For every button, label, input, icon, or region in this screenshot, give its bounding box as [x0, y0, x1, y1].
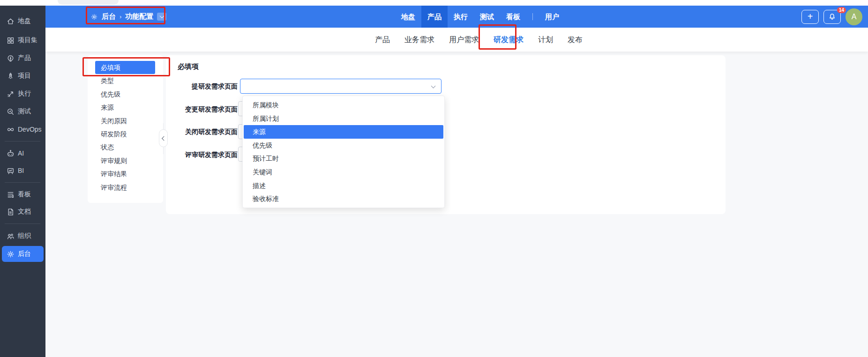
top-tab-kanban[interactable]: 看板	[500, 6, 526, 28]
dropdown-option-module[interactable]: 所属模块	[243, 98, 444, 112]
sidebar-item-admin[interactable]: 后台	[2, 246, 44, 262]
select-dropdown-menu: 所属模块 所属计划 来源 优先级 预计工时 关键词 描述 验收标准	[242, 96, 445, 208]
top-navbar: 后台 › 功能配置 地盘 产品 执行 测试 看板 用户 + 14 A	[45, 6, 868, 28]
top-tabs: 地盘 产品 执行 测试 看板 用户	[395, 6, 565, 28]
settings-item-status[interactable]: 状态	[95, 141, 155, 154]
form-label-close-page: 关闭研发需求页面	[166, 128, 238, 136]
sidebar-item-execution[interactable]: 执行	[2, 86, 44, 102]
sidebar-item-label: AI	[18, 149, 24, 157]
settings-item-review-result[interactable]: 评审结果	[95, 167, 155, 180]
kanban-icon	[7, 191, 15, 199]
form-label-change-page: 变更研发需求页面	[166, 105, 238, 114]
settings-item-type[interactable]: 类型	[95, 74, 155, 87]
settings-item-review-flow[interactable]: 评审流程	[95, 181, 155, 194]
notifications-button[interactable]: 14	[823, 10, 841, 24]
sidebar-item-test[interactable]: 测试	[2, 104, 44, 119]
settings-item-required-fields[interactable]: 必填项	[95, 61, 155, 74]
sidebar-item-label: 项目	[18, 72, 31, 80]
sidebar-item-devops[interactable]: DevOps	[2, 121, 44, 137]
dropdown-option-acceptance[interactable]: 验收标准	[243, 192, 444, 206]
gear-icon	[7, 250, 15, 258]
sidebar-item-label: 看板	[18, 190, 31, 199]
dropdown-option-estimate[interactable]: 预计工时	[243, 152, 444, 165]
subnav-tab-dev-requirement[interactable]: 研发需求	[494, 28, 524, 52]
subnav-tab-product[interactable]: 产品	[375, 28, 390, 52]
top-tab-product[interactable]: 产品	[421, 6, 448, 28]
sidebar-item-label: 项目集	[18, 36, 37, 45]
subnav-tab-release[interactable]: 发布	[568, 28, 583, 52]
sidebar-item-label: 后台	[18, 250, 31, 258]
execution-icon	[7, 90, 15, 98]
collapse-panel-button[interactable]	[159, 129, 168, 147]
dropdown-option-description[interactable]: 描述	[243, 179, 444, 193]
sidebar-item-label: 测试	[18, 107, 31, 116]
sidebar-item-label: 执行	[18, 89, 31, 98]
top-tab-dashboard[interactable]: 地盘	[395, 6, 421, 28]
sidebar-divider	[5, 141, 40, 141]
breadcrumb-dropdown-toggle[interactable]	[157, 13, 166, 21]
dropdown-option-keywords[interactable]: 关键词	[243, 165, 444, 179]
top-tabs-divider	[532, 13, 533, 20]
product-icon	[7, 54, 15, 62]
create-page-select[interactable]	[240, 79, 441, 94]
sidebar-item-project[interactable]: 项目	[2, 68, 44, 84]
sidebar-item-product[interactable]: 产品	[2, 50, 44, 66]
settings-nav-panel: 必填项 类型 优先级 来源 关闭原因 研发阶段 状态 评审规则 评审结果 评审流…	[88, 55, 163, 203]
dropdown-option-source[interactable]: 来源	[244, 125, 443, 139]
sidebar-item-label: 组织	[18, 232, 31, 240]
settings-item-source[interactable]: 来源	[95, 101, 155, 114]
sidebar-item-label: BI	[18, 167, 24, 174]
sidebar-item-dashboard[interactable]: 地盘	[2, 13, 44, 29]
settings-item-priority[interactable]: 优先级	[95, 88, 155, 101]
breadcrumb-current: 功能配置	[125, 12, 153, 21]
top-strip	[0, 0, 868, 6]
breadcrumb-root[interactable]: 后台	[102, 12, 116, 21]
form-label-create-page: 提研发需求页面	[166, 82, 238, 91]
devops-icon	[7, 126, 15, 134]
form-label-review-page: 评审研发需求页面	[166, 151, 238, 159]
notification-badge: 14	[837, 7, 846, 13]
secondary-tabs: 产品 业务需求 用户需求 研发需求 计划 发布	[375, 28, 583, 52]
settings-item-review-rule[interactable]: 评审规则	[95, 154, 155, 167]
main-content-panel: 必填项 提研发需求页面 变更研发需求页面 关闭研发需求页面 评审研发需求页面 所…	[166, 55, 726, 214]
sidebar-item-kanban[interactable]: 看板	[2, 186, 44, 202]
secondary-navbar: 产品 业务需求 用户需求 研发需求 计划 发布	[45, 28, 868, 52]
settings-item-close-reason[interactable]: 关闭原因	[95, 114, 155, 127]
subnav-tab-user-requirement[interactable]: 用户需求	[449, 28, 479, 52]
settings-item-dev-stage[interactable]: 研发阶段	[95, 127, 155, 141]
bi-icon	[7, 167, 15, 175]
document-icon	[7, 208, 15, 216]
top-tab-execution[interactable]: 执行	[448, 6, 474, 28]
chevron-down-icon	[159, 14, 164, 18]
breadcrumb[interactable]: 后台 › 功能配置	[90, 12, 166, 21]
avatar[interactable]: A	[846, 8, 862, 25]
organization-icon	[7, 232, 15, 240]
create-button[interactable]: +	[801, 10, 819, 24]
sidebar-item-bi[interactable]: BI	[2, 163, 44, 178]
section-heading: 必填项	[178, 62, 199, 71]
bell-icon	[828, 13, 836, 21]
sidebar-item-label: 地盘	[18, 17, 31, 25]
subnav-tab-plan[interactable]: 计划	[538, 28, 553, 52]
dropdown-option-priority[interactable]: 优先级	[243, 139, 444, 152]
sidebar-item-label: 产品	[18, 54, 31, 62]
ai-icon	[7, 149, 15, 157]
sidebar-item-program[interactable]: 项目集	[2, 32, 44, 48]
dropdown-option-plan[interactable]: 所属计划	[243, 112, 444, 126]
plus-icon: +	[808, 12, 813, 21]
sidebar-item-ai[interactable]: AI	[2, 145, 44, 161]
sidebar-item-doc[interactable]: 文档	[2, 204, 44, 220]
chevron-down-icon	[431, 84, 436, 89]
subnav-tab-business-requirement[interactable]: 业务需求	[404, 28, 434, 52]
browser-tab-remnant	[58, 0, 119, 5]
project-icon	[7, 72, 15, 80]
sidebar-divider	[5, 182, 40, 183]
breadcrumb-separator: ›	[120, 13, 121, 20]
test-icon	[7, 108, 15, 116]
sidebar-item-label: 文档	[18, 208, 31, 216]
top-tab-user[interactable]: 用户	[539, 6, 565, 28]
gear-icon	[90, 13, 98, 21]
home-icon	[7, 17, 15, 25]
sidebar-item-organization[interactable]: 组织	[2, 228, 44, 244]
top-tab-test[interactable]: 测试	[474, 6, 500, 28]
